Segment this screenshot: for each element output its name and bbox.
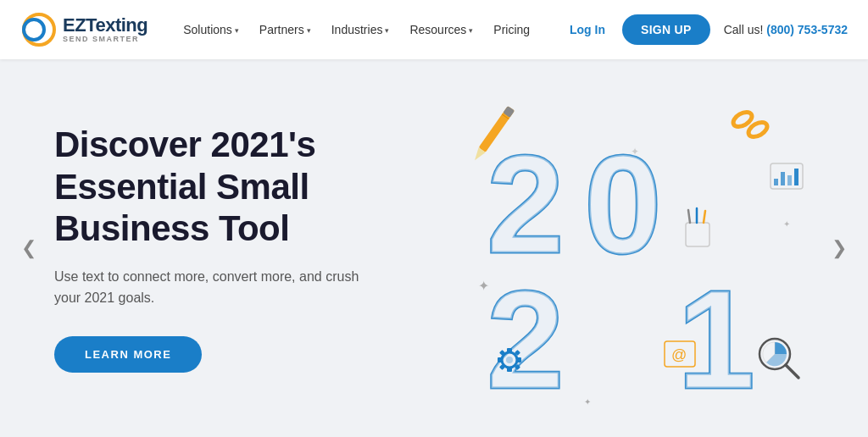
- svg-rect-31: [516, 357, 521, 362]
- svg-text:1: 1: [677, 262, 755, 409]
- hero-content: Discover 2021's Essential Small Business…: [54, 124, 427, 372]
- svg-text:✦: ✦: [478, 279, 489, 293]
- svg-point-27: [506, 357, 513, 363]
- carousel-prev-button[interactable]: ❮: [15, 235, 42, 262]
- learn-more-button[interactable]: LEARN MORE: [54, 336, 202, 373]
- chevron-down-icon: ▾: [469, 26, 473, 35]
- logo[interactable]: EZTexting SEND SMARTER: [20, 11, 147, 48]
- hero-illustration: 2 0 2 1 2 0 2 1: [461, 87, 817, 409]
- logo-text: EZTexting SEND SMARTER: [63, 16, 147, 43]
- navbar: EZTexting SEND SMARTER Solutions ▾ Partn…: [0, 0, 868, 59]
- svg-rect-19: [781, 172, 785, 185]
- svg-text:2: 2: [487, 126, 565, 282]
- svg-rect-29: [507, 367, 512, 372]
- hero-illustration-svg: 2 0 2 1 2 0 2 1: [461, 87, 817, 409]
- svg-text:✦: ✦: [584, 397, 591, 407]
- svg-line-23: [688, 210, 690, 223]
- signup-button[interactable]: SIGN UP: [622, 14, 710, 45]
- svg-text:✦: ✦: [631, 146, 639, 158]
- svg-point-2: [32, 25, 41, 34]
- nav-item-industries[interactable]: Industries ▾: [323, 16, 398, 43]
- svg-rect-22: [686, 223, 709, 246]
- nav-links: Solutions ▾ Partners ▾ Industries ▾ Reso…: [175, 16, 566, 43]
- svg-text:@: @: [671, 346, 687, 363]
- svg-rect-28: [507, 348, 512, 353]
- hero-section: ❮ Discover 2021's Essential Small Busine…: [0, 59, 868, 437]
- svg-text:✦: ✦: [783, 219, 790, 229]
- nav-item-pricing[interactable]: Pricing: [485, 16, 538, 43]
- call-label: Call us! (800) 753-5732: [724, 23, 848, 36]
- nav-item-partners[interactable]: Partners ▾: [251, 16, 320, 43]
- nav-item-resources[interactable]: Resources ▾: [401, 16, 481, 43]
- login-button[interactable]: Log In: [566, 16, 609, 43]
- nav-item-solutions[interactable]: Solutions ▾: [175, 16, 248, 43]
- chevron-down-icon: ▾: [235, 26, 239, 35]
- call-number: (800) 753-5732: [766, 23, 848, 36]
- hero-subtitle: Use text to connect more, convert more, …: [54, 267, 359, 309]
- svg-line-37: [786, 365, 798, 378]
- logo-tagline: SEND SMARTER: [63, 35, 147, 43]
- svg-text:0: 0: [584, 126, 662, 282]
- svg-line-25: [704, 211, 705, 223]
- hero-title: Discover 2021's Essential Small Business…: [54, 124, 427, 250]
- svg-rect-21: [794, 169, 798, 185]
- nav-right: Log In SIGN UP Call us! (800) 753-5732: [566, 14, 848, 45]
- svg-text:2: 2: [487, 262, 565, 409]
- carousel-next-button[interactable]: ❯: [826, 235, 853, 262]
- logo-icon: [20, 11, 58, 48]
- svg-rect-30: [498, 357, 503, 362]
- svg-rect-18: [774, 179, 778, 185]
- chevron-down-icon: ▾: [385, 26, 389, 35]
- logo-name: EZTexting: [63, 16, 147, 35]
- svg-rect-20: [787, 175, 792, 185]
- chevron-down-icon: ▾: [307, 26, 311, 35]
